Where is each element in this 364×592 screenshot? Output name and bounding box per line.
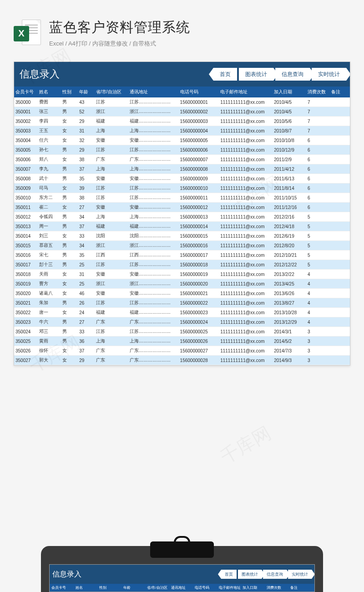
table-cell: 广东………………… (128, 346, 179, 356)
table-cell: 1111111111@xx.com (219, 270, 273, 279)
table-cell: 1111111111@xx.com (219, 279, 273, 289)
table-cell: 安徽………………… (128, 270, 179, 279)
table-cell (330, 145, 350, 155)
nav-home-button[interactable]: 首页 (213, 68, 237, 81)
table-cell: 2011/2/9 (273, 155, 306, 164)
table-cell: 彭十三 (38, 260, 61, 270)
table-cell (330, 356, 350, 365)
table-cell: 2014/9/3 (273, 356, 306, 365)
data-table: 会员卡号姓名性别年龄省/市/自治区通讯地址电话号码电子邮件地址加入日期消费次数备… (14, 87, 350, 365)
nav-chart-button[interactable]: 图表统计 (239, 68, 273, 81)
table-cell: 1111111111@xx.com (219, 231, 273, 241)
table-cell (330, 327, 350, 337)
table-cell: 男 (61, 174, 78, 184)
table-cell: 5 (306, 241, 330, 250)
table-cell: 女 (61, 270, 78, 279)
table-cell: 1111111111@xx.com (219, 193, 273, 203)
table-cell: 350024 (14, 327, 38, 337)
table-cell: 1111111111@xx.com (219, 250, 273, 260)
spreadsheet-preview: 信息录入 首页 图表统计 信息查询 实时统计 会员卡号姓名性别年龄省/市/自治区… (14, 61, 350, 366)
table-cell (330, 231, 350, 241)
table-cell: 1111111111@xx.com (219, 136, 273, 145)
mini-nav-query[interactable]: 信息查询 (263, 570, 287, 579)
nav-realtime-button[interactable]: 实时统计 (312, 68, 346, 81)
table-cell: 男 (61, 260, 78, 270)
table-cell: 15600000013 (179, 212, 219, 222)
table-cell: 1111111111@xx.com (219, 317, 273, 327)
table-cell: 4 (306, 289, 330, 298)
table-cell: 2011/12/16 (273, 203, 306, 212)
table-cell: 350005 (14, 145, 38, 155)
table-cell: 慕容五 (38, 241, 61, 250)
table-cell: 15600000025 (179, 327, 219, 337)
table-cell: 沈阳 (95, 231, 128, 241)
table-cell: 崔二 (38, 203, 61, 212)
table-cell: 5 (306, 212, 330, 222)
table-cell: 6 (306, 136, 330, 145)
table-cell: 上海 (95, 337, 128, 346)
table-cell: 2011/4/12 (273, 164, 306, 174)
table-cell: 广东………………… (128, 317, 179, 327)
table-cell: 25 (78, 260, 95, 270)
table-cell: 2012/4/18 (273, 222, 306, 231)
mini-nav-chart[interactable]: 图表统计 (238, 570, 262, 579)
table-cell: 刘三 (38, 231, 61, 241)
table-cell: 安徽………………… (128, 174, 179, 184)
table-cell: 女 (61, 356, 78, 365)
table-cell: 江苏………………… (128, 260, 179, 270)
table-cell: 安徽………………… (128, 203, 179, 212)
table-cell: 上海 (95, 164, 128, 174)
table-cell: 江苏………………… (128, 193, 179, 203)
nav-query-button[interactable]: 信息查询 (275, 68, 310, 81)
table-cell: 43 (78, 97, 95, 107)
table-cell: 350020 (14, 289, 38, 298)
table-cell: 4 (306, 317, 330, 327)
table-cell (330, 346, 350, 356)
table-cell: 31 (78, 270, 95, 279)
table-cell: 1111111111@xx.com (219, 145, 273, 155)
mini-column-header: 电话号码 (195, 585, 217, 590)
table-cell: 1111111111@xx.com (219, 346, 273, 356)
table-cell: 350012 (14, 212, 38, 222)
table-cell: 38 (78, 155, 95, 164)
table-cell (330, 174, 350, 184)
table-row: 350025黄雨男36上海上海…………………156000000261111111… (14, 337, 350, 346)
table-cell: 7 (306, 97, 330, 107)
table-cell: 女 (61, 203, 78, 212)
table-cell: 4 (306, 308, 330, 317)
table-cell: 男 (61, 250, 78, 260)
column-header: 消费次数 (306, 87, 330, 97)
table-cell: 15600000018 (179, 260, 219, 270)
table-cell: 上海………………… (128, 212, 179, 222)
table-row: 350010东方二男38江苏江苏…………………15600000011111111… (14, 193, 350, 203)
mini-nav-realtime[interactable]: 实时统计 (288, 570, 312, 579)
table-cell: 广东 (95, 317, 128, 327)
table-cell: 男 (61, 222, 78, 231)
table-cell: 唐一 (38, 308, 61, 317)
table-cell (330, 289, 350, 298)
table-cell: 上海 (95, 212, 128, 222)
table-row: 350027郭大女29广东广东…………………156000000281111111… (14, 356, 350, 365)
table-row: 350008武十男35安徽安徽…………………156000000091111111… (14, 174, 350, 184)
table-cell: 2014/3/1 (273, 327, 306, 337)
table-row: 350020诸葛八女46安徽安徽…………………15600000021111111… (14, 289, 350, 298)
table-cell: 26 (78, 298, 95, 308)
mini-nav-home[interactable]: 首页 (221, 570, 237, 579)
table-cell: 27 (78, 203, 95, 212)
table-cell: 上海………………… (128, 337, 179, 346)
table-cell: 邓三 (38, 327, 61, 337)
table-cell: 36 (78, 337, 95, 346)
table-cell: 15600000003 (179, 117, 219, 126)
table-cell: 15600000027 (179, 346, 219, 356)
table-cell: 350004 (14, 136, 38, 145)
table-cell (330, 136, 350, 145)
table-cell: 江苏 (95, 260, 128, 270)
table-cell: 女 (61, 184, 78, 193)
table-cell: 男 (61, 164, 78, 174)
table-cell: 广东 (95, 155, 128, 164)
table-cell: 5 (306, 231, 330, 241)
table-cell: 25 (78, 279, 95, 289)
table-cell: 浙江 (95, 279, 128, 289)
table-row: 350022唐一女24福建福建…………………156000000231111111… (14, 308, 350, 317)
table-cell: 350014 (14, 231, 38, 241)
